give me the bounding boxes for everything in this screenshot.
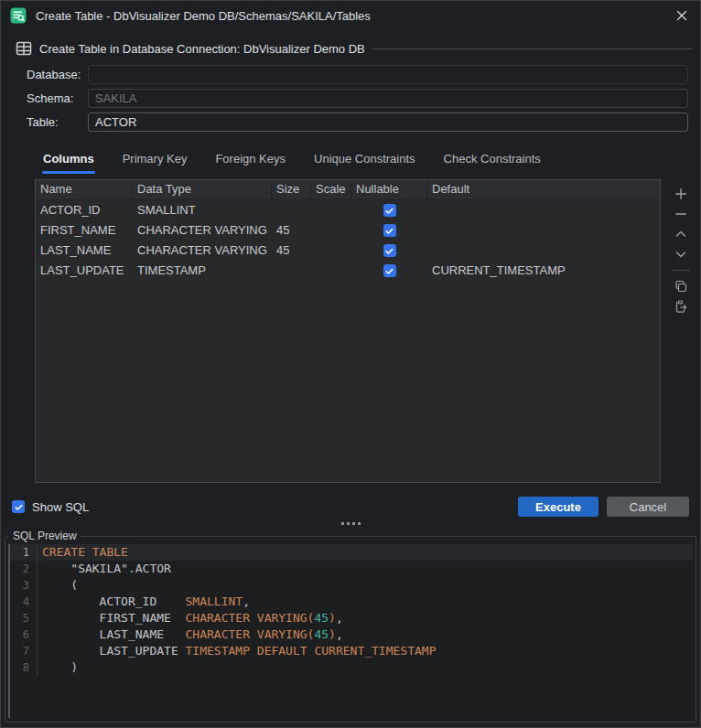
table-label: Table: [27,115,88,129]
nullable-checkbox[interactable] [383,244,396,257]
show-sql-checkbox[interactable]: Show SQL [12,500,89,514]
remove-row-icon[interactable] [672,204,690,224]
splitter-dot [352,522,355,525]
cell-data-type[interactable]: SMALLINT [133,200,272,220]
sql-token: , [336,627,343,641]
cell-name[interactable]: LAST_NAME [36,241,133,261]
cell-default[interactable] [427,200,660,220]
schema-value: SAKILA [95,91,137,105]
dbvisualizer-app-icon [10,7,27,24]
cell-nullable [351,200,427,220]
cell-scale[interactable] [311,261,351,281]
cell-default[interactable] [427,220,660,241]
cell-default[interactable]: CURRENT_TIMESTAMP [427,261,660,281]
table-row[interactable]: FIRST_NAMECHARACTER VARYING45 [36,220,660,241]
database-label: Database: [27,68,88,81]
line-number: 4 [10,594,38,610]
column-header-nullable[interactable]: Nullable [351,180,427,199]
execute-button[interactable]: Execute [518,497,599,517]
cell-size[interactable]: 45 [272,220,311,241]
columns-grid: NameData TypeSizeScaleNullableDefault AC… [35,179,661,483]
column-header-size[interactable]: Size [272,180,311,199]
toolbar-separator [672,270,690,271]
section-header: Create Table in Database Connection: DbV… [16,40,693,57]
table-row[interactable]: LAST_UPDATETIMESTAMPCURRENT_TIMESTAMP [36,261,660,281]
cell-nullable [351,220,427,241]
cell-scale[interactable] [311,200,351,220]
move-up-icon[interactable] [672,224,690,244]
table-input[interactable]: ACTOR [88,112,688,132]
cell-name[interactable]: ACTOR_ID [36,200,133,220]
sql-token: CHARACTER VARYING( [186,611,315,625]
sql-token: LAST_UPDATE [42,644,186,658]
grid-header-row: NameData TypeSizeScaleNullableDefault [36,180,660,200]
column-header-default[interactable]: Default [427,180,660,199]
tab-foreign-keys[interactable]: Foreign Keys [214,152,286,170]
table-row[interactable]: LAST_NAMECHARACTER VARYING45 [36,241,660,261]
table-form: Database:Schema:SAKILATable:ACTOR [27,65,688,136]
sql-code-text: ( [38,577,78,594]
add-row-icon[interactable] [672,184,690,204]
sql-code-text: ACTOR_ID SMALLINT, [38,594,250,610]
sql-token: 45 [314,611,329,625]
nullable-checkbox[interactable] [383,264,396,277]
copy-icon[interactable] [672,276,690,296]
tab-check-constraints[interactable]: Check Constraints [443,152,542,170]
sql-token: 45 [314,627,329,641]
tab-columns[interactable]: Columns [42,152,95,170]
create-table-dialog: Create Table - DbVisualizer Demo DB/Sche… [0,0,701,728]
dialog-title: Create Table - DbVisualizer Demo DB/Sche… [36,9,674,23]
cell-nullable [351,261,427,281]
cell-size[interactable] [272,261,311,281]
dialog-footer: Show SQL Execute Cancel [12,497,689,517]
sql-editor[interactable]: 1CREATE TABLE2 "SAKILA".ACTOR3 (4 ACTOR_… [8,544,693,718]
move-down-icon[interactable] [672,244,690,264]
paste-icon[interactable] [672,296,690,316]
sql-code-text: LAST_UPDATE TIMESTAMP DEFAULT CURRENT_TI… [38,643,436,659]
schema-input[interactable]: SAKILA [88,89,688,108]
sql-token: ) [329,611,336,625]
table-row[interactable]: ACTOR_IDSMALLINT [36,200,660,220]
cell-size[interactable] [272,200,311,220]
line-number: 6 [10,626,38,643]
cell-nullable [351,241,427,261]
cell-name[interactable]: FIRST_NAME [36,220,133,241]
cell-scale[interactable] [311,220,351,241]
sql-token: CHARACTER VARYING( [186,627,315,641]
close-icon[interactable] [674,8,689,23]
database-row: Database: [27,65,688,84]
sql-line: 4 ACTOR_ID SMALLINT, [10,594,693,610]
cancel-button[interactable]: Cancel [607,497,689,517]
nullable-checkbox[interactable] [383,204,396,217]
tab-primary-key[interactable]: Primary Key [122,152,189,170]
column-header-data-type[interactable]: Data Type [133,180,272,199]
sql-token: , [336,611,343,625]
cell-name[interactable]: LAST_UPDATE [36,261,133,281]
cell-scale[interactable] [311,241,351,261]
sql-token: , [243,594,250,608]
sql-preview-panel: SQL Preview 1CREATE TABLE2 "SAKILA".ACTO… [5,530,696,723]
sql-line: 2 "SAKILA".ACTOR [10,561,693,577]
column-header-scale[interactable]: Scale [311,180,351,199]
sql-line: 5 FIRST_NAME CHARACTER VARYING(45), [10,610,693,626]
sql-token: TIMESTAMP DEFAULT CURRENT_TIMESTAMP [186,644,437,658]
database-input[interactable] [88,65,688,84]
cell-default[interactable] [427,241,660,261]
section-rule [372,48,693,49]
line-number: 2 [10,561,38,577]
sql-token: "SAKILA".ACTOR [42,562,171,575]
cell-data-type[interactable]: CHARACTER VARYING [133,241,272,261]
cell-data-type[interactable]: CHARACTER VARYING [133,220,272,241]
column-header-name[interactable]: Name [36,180,133,199]
nullable-checkbox[interactable] [383,224,396,237]
splitter-handle[interactable] [1,517,700,530]
schema-row: Schema:SAKILA [27,89,688,108]
schema-label: Schema: [27,91,88,105]
cell-data-type[interactable]: TIMESTAMP [133,261,272,281]
sql-token: ) [329,627,336,641]
sql-token: FIRST_NAME [42,611,186,625]
sql-token: LAST_NAME [42,627,186,641]
cell-size[interactable]: 45 [272,241,311,261]
tab-unique-constraints[interactable]: Unique Constraints [313,152,416,170]
sql-token: ( [42,578,78,592]
